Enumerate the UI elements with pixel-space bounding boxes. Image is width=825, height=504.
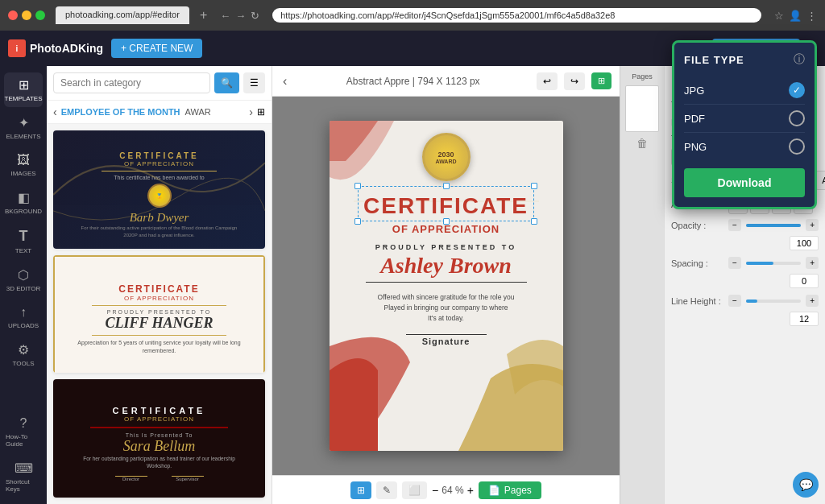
- sidebar-item-howto[interactable]: ? How-To Guide: [4, 411, 43, 452]
- cert-divider: [366, 282, 527, 283]
- line-height-slider[interactable]: [746, 300, 801, 303]
- sidebar-item-shortcuts[interactable]: ⌨ Shortcut Keys: [4, 456, 43, 498]
- popup-title: FILE TYPE: [684, 54, 744, 66]
- cert-sig-line: [406, 334, 487, 335]
- delete-page-button[interactable]: 🗑: [636, 137, 648, 150]
- category-next-button[interactable]: ›: [249, 105, 253, 118]
- zoom-out-button[interactable]: −: [432, 484, 438, 497]
- undo-button[interactable]: ↩: [537, 72, 558, 90]
- sidebar-item-tools[interactable]: ⚙ TOOLS: [4, 337, 43, 372]
- new-tab-button[interactable]: +: [193, 6, 214, 24]
- back-icon[interactable]: ←: [220, 10, 230, 22]
- category-prev-button[interactable]: ‹: [53, 105, 57, 118]
- fullscreen-button[interactable]: ⬜: [402, 481, 427, 499]
- minimize-dot[interactable]: [22, 10, 31, 20]
- refresh-icon[interactable]: ↻: [251, 10, 259, 22]
- spacing-slider[interactable]: [746, 262, 801, 265]
- category-expand-button[interactable]: ⊞: [257, 106, 265, 118]
- browser-bar: photoadking.com/app/#editor + ← → ↻ http…: [0, 0, 825, 31]
- cert-main-title[interactable]: CERTIFICATE: [363, 193, 529, 219]
- pages-panel-label: Pages: [632, 72, 653, 81]
- spacing-minus[interactable]: −: [728, 257, 741, 269]
- url-bar[interactable]: https://photoadking.com/app/#editor/j4Sc…: [272, 8, 761, 23]
- pdf-radio[interactable]: [789, 110, 805, 126]
- pages-panel: Pages 🗑: [620, 66, 664, 504]
- zoom-in-button[interactable]: +: [467, 484, 474, 497]
- jpg-label: JPG: [684, 85, 704, 97]
- templates-grid: CERTIFICATE OF APPRECIATION This certifi…: [47, 124, 272, 504]
- sidebar-item-elements[interactable]: ✦ ELEMENTS: [4, 110, 43, 145]
- active-tab[interactable]: photoadking.com/app/#editor: [56, 6, 189, 24]
- opacity-slider[interactable]: [746, 224, 801, 227]
- canvas-main[interactable]: 2030 AWARD CERTIFICATE: [272, 97, 620, 475]
- download-button[interactable]: Download: [684, 168, 805, 197]
- jpg-option[interactable]: JPG: [684, 76, 805, 105]
- grid-view-button[interactable]: ⊞: [350, 481, 371, 499]
- category-bar: ‹ EMPLOYEE OF THE MONTH AWAR › ⊞: [47, 101, 272, 124]
- line-height-plus[interactable]: +: [806, 295, 819, 307]
- logo-text: PhotoADKing: [30, 42, 103, 55]
- pages-button[interactable]: 📄 Pages: [479, 481, 541, 499]
- info-icon[interactable]: ⓘ: [794, 52, 805, 67]
- cert-presented: PROUDLY PRESENTED TO: [375, 243, 516, 251]
- sidebar-item-background[interactable]: ◧ BKGROUND: [4, 185, 43, 220]
- badge-award: AWARD: [435, 159, 456, 164]
- create-new-button[interactable]: + CREATE NEW: [111, 39, 202, 58]
- search-button[interactable]: 🔍: [214, 72, 239, 93]
- jpg-radio[interactable]: [789, 82, 805, 98]
- png-radio[interactable]: [789, 138, 805, 155]
- view-toggle-button[interactable]: ☰: [243, 72, 265, 93]
- profile-icon[interactable]: 👤: [789, 10, 802, 22]
- sidebar-item-text[interactable]: T TEXT: [4, 223, 43, 259]
- forward-icon[interactable]: →: [235, 10, 246, 22]
- card2-title: CERTIFICATE: [118, 283, 199, 295]
- logo-icon: i: [8, 39, 26, 57]
- card2-subtitle: OF APPRECIATION: [124, 295, 194, 302]
- tools-icon: ⚙: [18, 342, 29, 357]
- bookmark-icon[interactable]: ☆: [774, 10, 784, 22]
- spacing-value: 0: [790, 274, 819, 288]
- handle-bm: [443, 218, 450, 225]
- category-award[interactable]: AWAR: [185, 107, 211, 117]
- canvas-toolbar: ‹ Abstract Appre | 794 X 1123 px ↩ ↪ ⊞: [272, 66, 620, 97]
- sidebar-item-templates[interactable]: ⊞ TEMPLATES: [4, 72, 43, 107]
- sidebar-item-uploads[interactable]: ↑ UPLOADS: [4, 300, 43, 334]
- howto-label: How-To Guide: [6, 433, 41, 448]
- zoom-box[interactable]: ⊞: [591, 72, 611, 89]
- cert-sub-title: OF APPRECIATION: [392, 223, 500, 235]
- 3d-icon: ⬡: [18, 267, 29, 283]
- draw-button[interactable]: ✎: [376, 481, 397, 499]
- canvas-back-button[interactable]: ‹: [280, 72, 289, 91]
- card2-presented: PROUDLY PRESENTED TO: [107, 309, 211, 315]
- png-label: PNG: [684, 141, 707, 153]
- sidebar-item-images[interactable]: 🖼 IMAGES: [4, 148, 43, 182]
- card3-description: For her outstanding participation as hea…: [79, 455, 240, 469]
- png-option[interactable]: PNG: [684, 133, 805, 160]
- pdf-option[interactable]: PDF: [684, 105, 805, 133]
- template-card-1[interactable]: CERTIFICATE OF APPRECIATION This certifi…: [53, 130, 265, 249]
- file-type-popup: FILE TYPE ⓘ JPG PDF PNG Download: [672, 40, 817, 209]
- opacity-minus[interactable]: −: [728, 219, 741, 231]
- opacity-plus[interactable]: +: [806, 219, 819, 231]
- menu-icon[interactable]: ⋮: [806, 10, 817, 22]
- search-input[interactable]: [53, 72, 210, 93]
- canvas-bottom-bar: ⊞ ✎ ⬜ − 64 % + 📄 Pages: [272, 475, 620, 504]
- spacing-plus[interactable]: +: [806, 257, 819, 269]
- elements-icon: ✦: [19, 115, 29, 130]
- card2-name: CLIFF HANGER: [105, 315, 213, 332]
- maximize-dot[interactable]: [35, 10, 45, 20]
- line-height-minus[interactable]: −: [728, 295, 741, 307]
- template-card-3[interactable]: CERTIFICATE OF APPRECIATION This Is Pres…: [53, 379, 265, 498]
- template-card-2[interactable]: CERTIFICATE OF APPRECIATION PROUDLY PRES…: [53, 255, 265, 374]
- close-dot[interactable]: [8, 10, 18, 20]
- category-employee[interactable]: EMPLOYEE OF THE MONTH: [61, 107, 180, 117]
- images-label: IMAGES: [10, 170, 35, 177]
- elements-label: ELEMENTS: [6, 133, 40, 140]
- uploads-icon: ↑: [20, 305, 27, 320]
- chat-button[interactable]: 💬: [793, 472, 819, 498]
- browser-right-icons: ☆ 👤 ⋮: [774, 10, 817, 22]
- page-thumb-1[interactable]: [625, 85, 659, 132]
- card3-presented: This Is Presented To: [126, 432, 193, 438]
- sidebar-item-3deditor[interactable]: ⬡ 3D EDITOR: [4, 262, 43, 297]
- redo-button[interactable]: ↪: [564, 72, 585, 90]
